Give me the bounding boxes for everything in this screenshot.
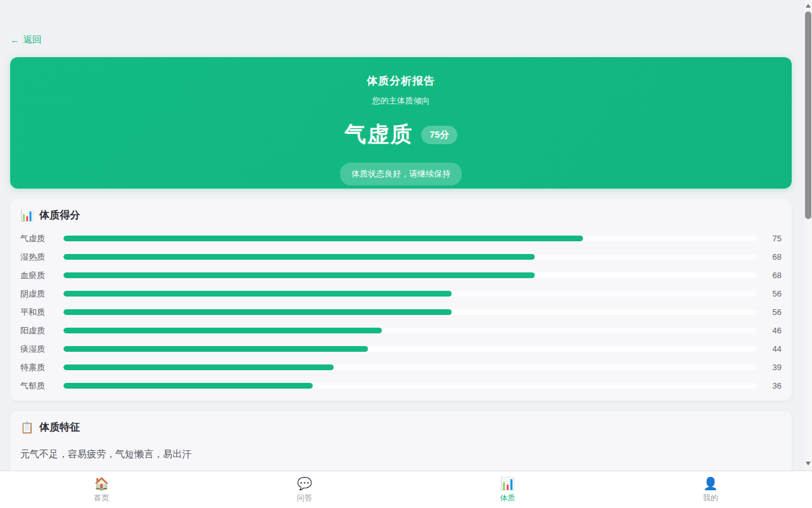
score-label: 气虚质 xyxy=(20,233,63,244)
report-title: 体质分析报告 xyxy=(10,74,792,88)
score-value: 68 xyxy=(756,271,782,280)
score-value: 44 xyxy=(756,344,782,354)
score-label: 平和质 xyxy=(20,307,63,318)
score-bar-track xyxy=(63,346,756,352)
scores-card-header: 📊 体质得分 xyxy=(20,199,782,222)
score-value: 36 xyxy=(756,381,782,391)
scrollbar-up-arrow[interactable] xyxy=(804,1,812,10)
score-bar-track xyxy=(63,309,756,315)
triangle-up-icon xyxy=(806,4,811,8)
score-value: 68 xyxy=(756,252,782,262)
nav-item-profile[interactable]: 👤 我的 xyxy=(609,471,812,508)
score-label: 湿热质 xyxy=(20,251,63,263)
score-bar-track xyxy=(63,364,756,370)
nav-item-qa[interactable]: 💬 问答 xyxy=(203,471,406,508)
score-row: 阳虚质 46 xyxy=(20,321,782,340)
vertical-scrollbar xyxy=(804,0,812,471)
score-row: 血瘀质 68 xyxy=(20,266,782,284)
score-row: 气郁质 36 xyxy=(20,377,782,395)
score-row: 特禀质 39 xyxy=(20,358,782,377)
score-bar-fill xyxy=(63,291,452,297)
score-bar-fill xyxy=(63,328,382,333)
bottom-nav: 🏠 首页 💬 问答 📊 体质 👤 我的 xyxy=(0,471,812,508)
back-label: 返回 xyxy=(23,34,42,46)
score-row: 湿热质 68 xyxy=(20,248,782,266)
score-bar-track xyxy=(63,291,756,297)
nav-label-qa: 问答 xyxy=(297,493,312,504)
score-bar-fill xyxy=(63,254,535,260)
score-bar-track xyxy=(63,236,756,241)
score-bar-fill xyxy=(63,383,313,389)
score-row: 痰湿质 44 xyxy=(20,340,782,358)
scroll-content: ← 返回 体质分析报告 您的主体质倾向 气虚质 75分 体质状态良好，请继续保持… xyxy=(0,0,812,471)
status-pill: 体质状态良好，请继续保持 xyxy=(340,163,462,185)
traits-card: 📋 体质特征 元气不足，容易疲劳，气短懒言，易出汗 xyxy=(10,411,792,471)
user-silhouette-icon: 👤 xyxy=(703,477,718,491)
nav-item-home[interactable]: 🏠 首页 xyxy=(0,471,203,508)
score-value: 46 xyxy=(756,326,782,335)
score-bar-fill xyxy=(63,236,583,241)
score-bar-fill xyxy=(63,346,368,352)
app-viewport: ← 返回 体质分析报告 您的主体质倾向 气虚质 75分 体质状态良好，请继续保持… xyxy=(0,0,812,508)
scrollbar-thumb[interactable] xyxy=(805,11,811,219)
score-row: 气虚质 75 xyxy=(20,229,782,248)
back-arrow-icon: ← xyxy=(10,35,20,45)
score-row: 平和质 56 xyxy=(20,303,782,321)
score-badge: 75分 xyxy=(421,126,457,144)
score-bar-track xyxy=(63,328,756,333)
traits-card-header: 📋 体质特征 xyxy=(20,411,782,434)
scores-card-title: 体质得分 xyxy=(39,209,80,222)
score-label: 阳虚质 xyxy=(20,325,63,337)
nav-label-profile: 我的 xyxy=(703,493,718,504)
score-value: 56 xyxy=(756,289,782,298)
score-label: 痰湿质 xyxy=(20,344,63,355)
score-value: 39 xyxy=(756,363,782,372)
report-subtitle: 您的主体质倾向 xyxy=(10,95,792,107)
scores-list: 气虚质 75 湿热质 68 血瘀质 68 阴虚质 56 xyxy=(20,229,782,395)
triangle-down-icon xyxy=(806,462,811,465)
score-value: 56 xyxy=(756,307,782,317)
home-icon: 🏠 xyxy=(94,477,109,491)
score-label: 血瘀质 xyxy=(20,270,63,281)
scrollbar-down-arrow[interactable] xyxy=(804,459,812,468)
main-constitution-name: 气虚质 xyxy=(344,120,413,149)
scores-card: 📊 体质得分 气虚质 75 湿热质 68 血瘀质 68 xyxy=(10,199,792,401)
traits-card-title: 体质特征 xyxy=(39,421,80,434)
score-bar-fill xyxy=(63,272,535,278)
score-bar-fill xyxy=(63,309,452,315)
traits-description: 元气不足，容易疲劳，气短懒言，易出汗 xyxy=(20,448,782,460)
main-constitution-row: 气虚质 75分 xyxy=(10,120,792,149)
bar-chart-icon: 📊 xyxy=(20,210,34,221)
score-value: 75 xyxy=(756,234,782,243)
report-hero-card: 体质分析报告 您的主体质倾向 气虚质 75分 体质状态良好，请继续保持 xyxy=(10,57,792,189)
score-bar-track xyxy=(63,254,756,260)
score-row: 阴虚质 56 xyxy=(20,284,782,303)
back-link[interactable]: ← 返回 xyxy=(10,34,42,46)
score-bar-track xyxy=(63,272,756,278)
bar-chart-icon: 📊 xyxy=(500,477,515,491)
score-label: 阴虚质 xyxy=(20,288,63,300)
score-label: 特禀质 xyxy=(20,362,63,373)
speech-balloon-icon: 💬 xyxy=(297,477,312,491)
score-label: 气郁质 xyxy=(20,380,63,392)
score-bar-fill xyxy=(63,364,334,370)
clipboard-icon: 📋 xyxy=(20,422,34,433)
nav-label-constitution: 体质 xyxy=(500,493,515,504)
nav-item-constitution[interactable]: 📊 体质 xyxy=(406,471,609,508)
score-bar-track xyxy=(63,383,756,389)
nav-label-home: 首页 xyxy=(94,493,109,504)
